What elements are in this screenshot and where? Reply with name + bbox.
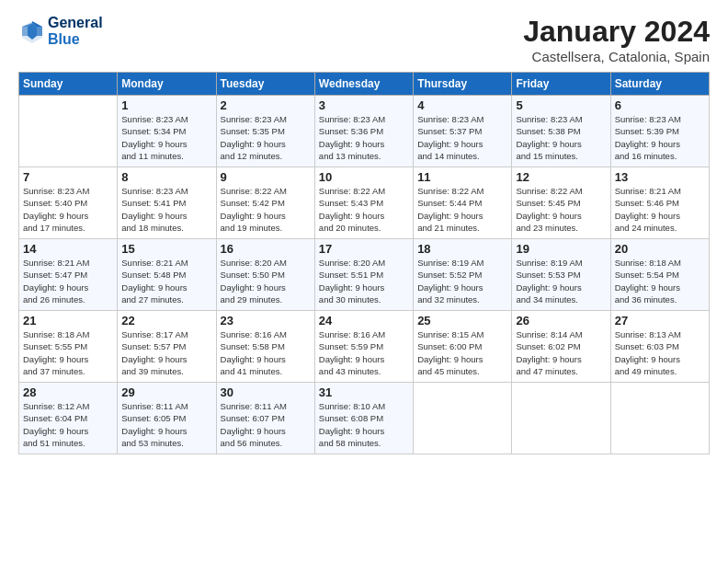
page-container: General Blue January 2024 Castellsera, C… <box>0 0 728 464</box>
logo: General Blue <box>18 15 103 47</box>
calendar-day-cell: 24Sunrise: 8:16 AM Sunset: 5:59 PM Dayli… <box>314 311 413 383</box>
day-info: Sunrise: 8:20 AM Sunset: 5:51 PM Dayligh… <box>319 257 409 305</box>
day-number: 22 <box>121 314 211 327</box>
day-number: 29 <box>121 385 211 399</box>
calendar-day-cell: 19Sunrise: 8:19 AM Sunset: 5:53 PM Dayli… <box>512 239 610 311</box>
day-number: 15 <box>121 242 211 256</box>
day-number: 26 <box>516 314 606 327</box>
day-number: 11 <box>417 170 507 184</box>
day-number: 19 <box>516 242 606 256</box>
day-number: 21 <box>23 314 113 327</box>
day-info: Sunrise: 8:18 AM Sunset: 5:54 PM Dayligh… <box>615 257 705 305</box>
day-of-week-header: Sunday <box>19 73 118 96</box>
day-number: 8 <box>121 170 211 184</box>
day-info: Sunrise: 8:22 AM Sunset: 5:44 PM Dayligh… <box>417 185 507 234</box>
day-number: 31 <box>319 385 409 399</box>
calendar-day-cell <box>512 383 610 454</box>
logo-icon <box>18 17 46 45</box>
calendar-day-cell: 27Sunrise: 8:13 AM Sunset: 6:03 PM Dayli… <box>610 311 709 383</box>
calendar-day-cell: 31Sunrise: 8:10 AM Sunset: 6:08 PM Dayli… <box>314 383 413 454</box>
day-info: Sunrise: 8:18 AM Sunset: 5:55 PM Dayligh… <box>23 328 113 377</box>
calendar-week-row: 14Sunrise: 8:21 AM Sunset: 5:47 PM Dayli… <box>19 239 710 311</box>
day-number: 17 <box>319 242 409 256</box>
calendar-day-cell: 13Sunrise: 8:21 AM Sunset: 5:46 PM Dayli… <box>610 167 709 239</box>
calendar-day-cell: 10Sunrise: 8:22 AM Sunset: 5:43 PM Dayli… <box>314 167 413 239</box>
calendar-header-row: SundayMondayTuesdayWednesdayThursdayFrid… <box>19 73 710 96</box>
day-info: Sunrise: 8:23 AM Sunset: 5:37 PM Dayligh… <box>417 113 507 162</box>
calendar-table: SundayMondayTuesdayWednesdayThursdayFrid… <box>18 72 710 454</box>
day-number: 4 <box>417 98 507 112</box>
logo-line1: General <box>48 15 103 31</box>
calendar-day-cell: 18Sunrise: 8:19 AM Sunset: 5:52 PM Dayli… <box>414 239 512 311</box>
day-of-week-header: Wednesday <box>314 73 413 96</box>
day-number: 23 <box>221 314 311 327</box>
day-info: Sunrise: 8:19 AM Sunset: 5:52 PM Dayligh… <box>417 257 507 305</box>
calendar-day-cell: 17Sunrise: 8:20 AM Sunset: 5:51 PM Dayli… <box>314 239 413 311</box>
calendar-day-cell <box>19 96 118 167</box>
calendar-day-cell: 15Sunrise: 8:21 AM Sunset: 5:48 PM Dayli… <box>118 239 216 311</box>
calendar-day-cell <box>610 383 709 454</box>
day-number: 18 <box>417 242 507 256</box>
day-number: 14 <box>23 242 113 256</box>
day-number: 5 <box>516 98 606 112</box>
day-number: 27 <box>615 314 705 327</box>
day-info: Sunrise: 8:23 AM Sunset: 5:39 PM Dayligh… <box>615 113 705 162</box>
day-of-week-header: Saturday <box>610 73 709 96</box>
calendar-day-cell: 5Sunrise: 8:23 AM Sunset: 5:38 PM Daylig… <box>512 96 610 167</box>
day-info: Sunrise: 8:23 AM Sunset: 5:40 PM Dayligh… <box>23 185 113 234</box>
calendar-day-cell: 1Sunrise: 8:23 AM Sunset: 5:34 PM Daylig… <box>118 96 216 167</box>
calendar-day-cell: 28Sunrise: 8:12 AM Sunset: 6:04 PM Dayli… <box>19 383 118 454</box>
location-subtitle: Castellsera, Catalonia, Spain <box>523 49 710 64</box>
calendar-day-cell: 7Sunrise: 8:23 AM Sunset: 5:40 PM Daylig… <box>19 167 118 239</box>
day-number: 2 <box>221 98 311 112</box>
day-number: 20 <box>615 242 705 256</box>
calendar-week-row: 1Sunrise: 8:23 AM Sunset: 5:34 PM Daylig… <box>19 96 710 167</box>
logo-line2: Blue <box>48 31 103 48</box>
day-number: 30 <box>221 385 311 399</box>
day-of-week-header: Tuesday <box>216 73 314 96</box>
title-block: January 2024 Castellsera, Catalonia, Spa… <box>523 15 710 64</box>
day-number: 12 <box>516 170 606 184</box>
day-info: Sunrise: 8:16 AM Sunset: 5:58 PM Dayligh… <box>221 328 311 377</box>
day-info: Sunrise: 8:22 AM Sunset: 5:45 PM Dayligh… <box>516 185 606 234</box>
day-number: 24 <box>319 314 409 327</box>
day-info: Sunrise: 8:12 AM Sunset: 6:04 PM Dayligh… <box>23 400 113 449</box>
day-number: 28 <box>23 385 113 399</box>
calendar-day-cell <box>414 383 512 454</box>
calendar-day-cell: 4Sunrise: 8:23 AM Sunset: 5:37 PM Daylig… <box>414 96 512 167</box>
day-number: 13 <box>615 170 705 184</box>
day-number: 3 <box>319 98 409 112</box>
day-number: 10 <box>319 170 409 184</box>
day-number: 6 <box>615 98 705 112</box>
day-of-week-header: Monday <box>118 73 216 96</box>
day-info: Sunrise: 8:22 AM Sunset: 5:43 PM Dayligh… <box>319 185 409 234</box>
calendar-day-cell: 25Sunrise: 8:15 AM Sunset: 6:00 PM Dayli… <box>414 311 512 383</box>
day-number: 16 <box>221 242 311 256</box>
day-info: Sunrise: 8:23 AM Sunset: 5:34 PM Dayligh… <box>121 113 211 162</box>
day-info: Sunrise: 8:23 AM Sunset: 5:35 PM Dayligh… <box>221 113 311 162</box>
day-info: Sunrise: 8:17 AM Sunset: 5:57 PM Dayligh… <box>121 328 211 377</box>
calendar-day-cell: 26Sunrise: 8:14 AM Sunset: 6:02 PM Dayli… <box>512 311 610 383</box>
day-info: Sunrise: 8:19 AM Sunset: 5:53 PM Dayligh… <box>516 257 606 305</box>
day-info: Sunrise: 8:16 AM Sunset: 5:59 PM Dayligh… <box>319 328 409 377</box>
calendar-day-cell: 30Sunrise: 8:11 AM Sunset: 6:07 PM Dayli… <box>216 383 314 454</box>
calendar-day-cell: 6Sunrise: 8:23 AM Sunset: 5:39 PM Daylig… <box>610 96 709 167</box>
day-number: 9 <box>221 170 311 184</box>
day-of-week-header: Thursday <box>414 73 512 96</box>
calendar-day-cell: 23Sunrise: 8:16 AM Sunset: 5:58 PM Dayli… <box>216 311 314 383</box>
day-info: Sunrise: 8:21 AM Sunset: 5:48 PM Dayligh… <box>121 257 211 305</box>
calendar-day-cell: 14Sunrise: 8:21 AM Sunset: 5:47 PM Dayli… <box>19 239 118 311</box>
calendar-day-cell: 21Sunrise: 8:18 AM Sunset: 5:55 PM Dayli… <box>19 311 118 383</box>
calendar-day-cell: 29Sunrise: 8:11 AM Sunset: 6:05 PM Dayli… <box>118 383 216 454</box>
calendar-day-cell: 20Sunrise: 8:18 AM Sunset: 5:54 PM Dayli… <box>610 239 709 311</box>
calendar-day-cell: 3Sunrise: 8:23 AM Sunset: 5:36 PM Daylig… <box>314 96 413 167</box>
header: General Blue January 2024 Castellsera, C… <box>18 15 710 64</box>
calendar-day-cell: 8Sunrise: 8:23 AM Sunset: 5:41 PM Daylig… <box>118 167 216 239</box>
calendar-week-row: 28Sunrise: 8:12 AM Sunset: 6:04 PM Dayli… <box>19 383 710 454</box>
calendar-week-row: 21Sunrise: 8:18 AM Sunset: 5:55 PM Dayli… <box>19 311 710 383</box>
day-info: Sunrise: 8:23 AM Sunset: 5:36 PM Dayligh… <box>319 113 409 162</box>
day-info: Sunrise: 8:21 AM Sunset: 5:47 PM Dayligh… <box>23 257 113 305</box>
day-info: Sunrise: 8:10 AM Sunset: 6:08 PM Dayligh… <box>319 400 409 449</box>
calendar-day-cell: 16Sunrise: 8:20 AM Sunset: 5:50 PM Dayli… <box>216 239 314 311</box>
calendar-day-cell: 2Sunrise: 8:23 AM Sunset: 5:35 PM Daylig… <box>216 96 314 167</box>
